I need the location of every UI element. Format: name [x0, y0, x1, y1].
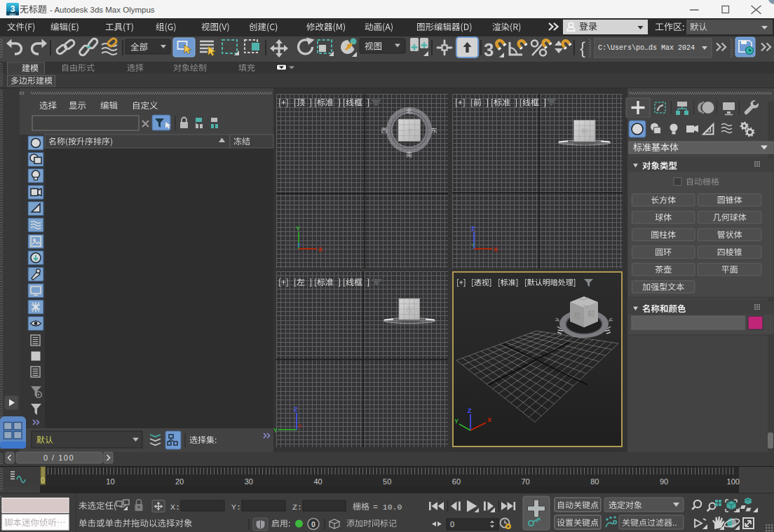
svg-text:Y: Y	[471, 242, 475, 248]
svg-text:X: X	[318, 246, 322, 253]
svg-text:60: 60	[452, 477, 461, 486]
svg-text:- Autodesk 3ds Max Olympus: - Autodesk 3ds Max Olympus	[50, 6, 155, 14]
svg-text:90: 90	[660, 477, 668, 486]
svg-text:X: X	[494, 246, 498, 253]
svg-text:X: X	[487, 416, 491, 423]
svg-text:Y: Y	[454, 418, 459, 425]
svg-text:100: 100	[727, 477, 740, 486]
svg-text:70: 70	[521, 477, 529, 486]
svg-text:80: 80	[590, 477, 599, 486]
svg-text:0: 0	[450, 520, 454, 528]
svg-text:50: 50	[383, 477, 391, 486]
svg-text:10: 10	[106, 477, 114, 486]
svg-text:0 / 100: 0 / 100	[43, 453, 74, 462]
svg-text:Z: Z	[468, 407, 472, 414]
svg-text:Y: Y	[273, 427, 278, 434]
svg-text:Z:: Z:	[292, 503, 302, 512]
svg-text:0: 0	[311, 520, 315, 528]
svg-text:20: 20	[175, 477, 184, 486]
svg-text:Z: Z	[471, 225, 475, 232]
svg-text:X:: X:	[170, 503, 180, 512]
svg-text:40: 40	[313, 477, 322, 486]
svg-text:30: 30	[245, 477, 253, 486]
svg-text:C:\Users\po…ds Max 2024: C:\Users\po…ds Max 2024	[598, 44, 695, 52]
svg-text:Z: Z	[294, 406, 298, 413]
svg-text:0: 0	[41, 476, 45, 484]
svg-text:Y:: Y:	[231, 503, 241, 512]
svg-text:MAX: MAX	[9, 13, 15, 16]
svg-text:Y: Y	[296, 225, 300, 232]
svg-text:X: X	[298, 423, 302, 429]
svg-text:= 10.0: = 10.0	[373, 503, 402, 512]
svg-text:Z: Z	[297, 242, 301, 248]
